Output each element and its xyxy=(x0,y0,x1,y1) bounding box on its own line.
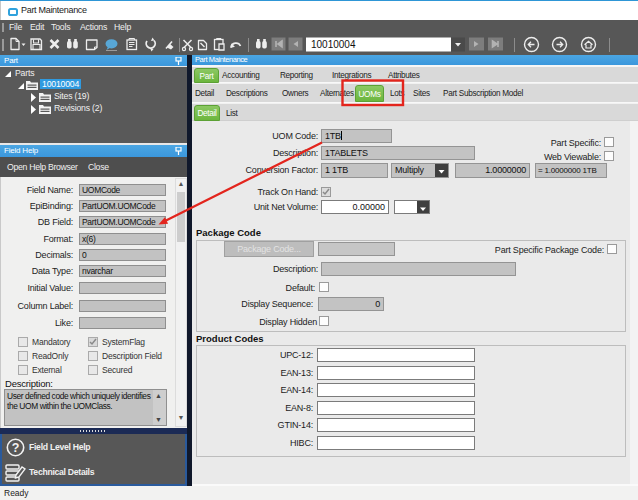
svg-text:10010004: 10010004 xyxy=(311,39,356,50)
svg-text:?: ? xyxy=(12,441,20,455)
